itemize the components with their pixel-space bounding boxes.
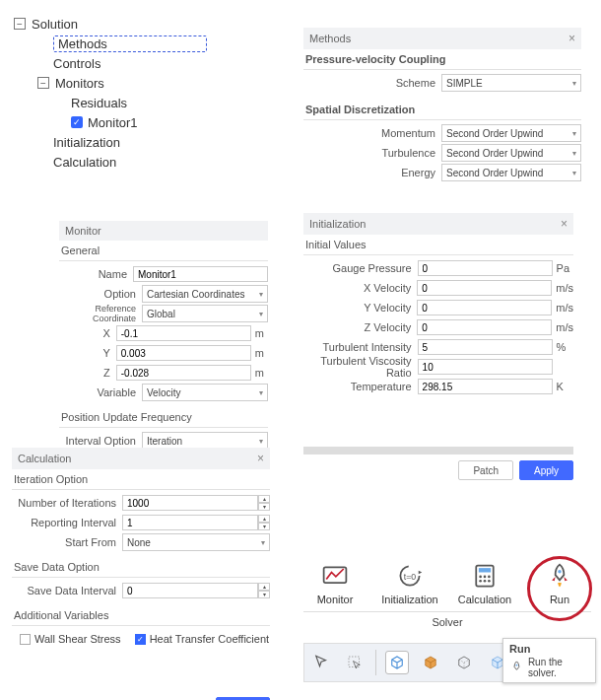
chevron-down-icon: ▾	[259, 310, 263, 318]
htc-label: Heat Transfer Coefficient	[150, 633, 269, 645]
unit: K	[553, 381, 573, 392]
tvr-label: Turbulent Viscosity Ratio	[303, 355, 418, 379]
ribbon-monitor[interactable]: Monitor	[306, 562, 364, 605]
htc-checkbox[interactable]: ✓	[135, 634, 146, 645]
z-label: Z	[59, 367, 116, 379]
gauge-label: Gauge Pressure	[303, 262, 418, 274]
minus-icon[interactable]: −	[37, 77, 49, 89]
niter-label: Number of Iterations	[12, 497, 122, 509]
close-icon[interactable]: ×	[568, 32, 575, 45]
checkbox-icon[interactable]: ✓	[71, 116, 83, 128]
option-select[interactable]: Cartesian Coordinates▾	[142, 285, 268, 303]
tree-residuals[interactable]: Residuals	[14, 93, 280, 112]
section-title: Position Update Frequency	[59, 407, 268, 428]
wireframe-cube-icon[interactable]	[385, 651, 409, 674]
momentum-select[interactable]: Second Order Upwind▾	[441, 124, 581, 142]
wss-label: Wall Shear Stress	[34, 633, 121, 645]
svg-text:t=0: t=0	[404, 572, 417, 582]
chevron-down-icon: ▾	[259, 290, 263, 299]
y-input[interactable]	[116, 345, 251, 361]
temp-input[interactable]	[418, 379, 553, 394]
patch-button[interactable]: Patch	[458, 460, 513, 480]
temp-label: Temperature	[303, 381, 418, 392]
name-input[interactable]	[133, 266, 268, 282]
ribbon-calculation[interactable]: Calculation	[456, 562, 513, 605]
unit: m/s	[552, 302, 573, 314]
section-title: Spatial Discretization	[303, 100, 581, 120]
variable-label: Variable	[59, 386, 142, 398]
hidden-line-cube-icon[interactable]	[452, 651, 476, 674]
svg-point-6	[479, 576, 482, 579]
niter-input[interactable]	[122, 495, 258, 511]
ribbon-label: Monitor	[317, 594, 354, 605]
run-tooltip: Run Run the solver.	[502, 638, 596, 683]
tree-controls[interactable]: Controls	[14, 53, 280, 73]
rint-input[interactable]	[122, 515, 258, 530]
gauge-input[interactable]	[418, 260, 553, 276]
ribbon-label: Initialization	[381, 594, 437, 605]
turbulence-select[interactable]: Second Order Upwind▾	[441, 144, 581, 162]
solver-ribbon: Monitor t=0 Initialization Calculation R…	[303, 562, 591, 628]
ribbon-initialization[interactable]: t=0 Initialization	[381, 562, 438, 605]
section-title: Save Data Option	[12, 557, 270, 578]
chevron-down-icon: ▾	[572, 149, 576, 158]
tree-calculation[interactable]: Calculation	[14, 152, 280, 172]
rocket-icon	[509, 660, 524, 675]
solid-cube-icon[interactable]	[419, 651, 442, 674]
ribbon-run[interactable]: Run	[531, 562, 588, 605]
tree-label: Monitor1	[88, 115, 138, 130]
wss-checkbox[interactable]	[20, 634, 31, 645]
tree-solution[interactable]: − Solution	[14, 14, 280, 34]
select-box-icon[interactable]	[343, 651, 367, 674]
tree-initialization[interactable]: Initialization	[14, 132, 280, 152]
minus-icon[interactable]: −	[14, 18, 26, 30]
initialization-panel: Initialization× Initial Values Gauge Pre…	[303, 213, 573, 480]
close-icon[interactable]: ×	[257, 452, 264, 465]
variable-select[interactable]: Velocity▾	[142, 384, 268, 401]
section-title: General	[59, 241, 268, 261]
rint-label: Reporting Interval	[12, 517, 122, 528]
ti-label: Turbulent Intensity	[303, 341, 418, 353]
energy-select[interactable]: Second Order Upwind▾	[441, 164, 581, 181]
scheme-label: Scheme	[303, 77, 441, 89]
tree-label: Initialization	[53, 135, 120, 150]
spinner[interactable]: ▴▾	[258, 495, 270, 511]
name-label: Name	[59, 268, 133, 280]
svg-point-14	[516, 665, 518, 666]
spinner[interactable]: ▴▾	[258, 583, 270, 598]
refcoord-select[interactable]: Global▾	[142, 305, 268, 322]
tree-monitor1[interactable]: ✓ Monitor1	[14, 112, 280, 132]
unit: m	[251, 327, 268, 339]
svg-point-10	[484, 580, 487, 583]
svg-point-7	[484, 576, 487, 579]
sdint-input[interactable]	[122, 583, 258, 598]
ribbon-label: Run	[550, 594, 569, 605]
panel-header: Methods ×	[303, 28, 581, 49]
cursor-icon[interactable]	[309, 651, 333, 674]
svg-marker-3	[419, 571, 423, 575]
tooltip-body: Run the solver.	[528, 657, 589, 678]
ti-input[interactable]	[418, 339, 553, 355]
yv-input[interactable]	[417, 300, 552, 315]
tvr-input[interactable]	[418, 359, 553, 375]
scheme-select[interactable]: SIMPLE▾	[441, 74, 581, 92]
close-icon[interactable]: ×	[561, 217, 568, 231]
tree-label: Methods	[53, 35, 207, 52]
apply-button[interactable]: Apply	[519, 460, 573, 480]
option-label: Option	[59, 288, 142, 300]
spinner[interactable]: ▴▾	[258, 515, 270, 530]
sfrom-select[interactable]: None▾	[122, 533, 270, 551]
intopt-label: Interval Option	[59, 435, 142, 447]
xv-input[interactable]	[417, 280, 552, 296]
svg-point-12	[558, 570, 562, 574]
tree-monitors[interactable]: − Monitors	[14, 73, 280, 93]
x-input[interactable]	[116, 325, 251, 341]
panel-header: Calculation×	[12, 448, 270, 469]
zv-input[interactable]	[417, 319, 552, 335]
z-input[interactable]	[116, 365, 251, 381]
chevron-down-icon: ▾	[572, 169, 576, 177]
section-title: Iteration Option	[12, 469, 270, 490]
turbulence-label: Turbulence	[303, 147, 441, 159]
tree-methods[interactable]: Methods	[14, 34, 280, 53]
methods-panel: Methods × Pressure-velocity Coupling Sch…	[303, 28, 581, 183]
